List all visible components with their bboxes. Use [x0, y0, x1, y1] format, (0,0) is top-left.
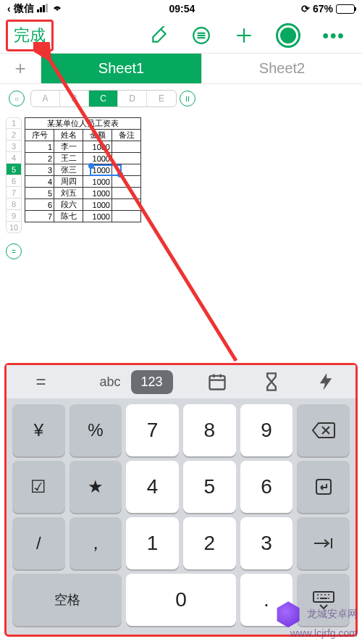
row-8[interactable]: 8: [6, 198, 22, 210]
row-headers[interactable]: 1 2 3 4 5 6 7 8 9 10: [6, 117, 22, 233]
pause-icon[interactable]: ⅠⅠ: [180, 91, 195, 106]
row-5[interactable]: 5: [6, 164, 22, 175]
table-row: 3张三1000: [25, 164, 141, 176]
clock: 09:54: [63, 3, 301, 14]
key-newline[interactable]: [297, 461, 350, 513]
kb-abc-mode[interactable]: abc: [89, 370, 130, 394]
hdr-idx[interactable]: 序号: [25, 130, 54, 141]
rotation-lock-icon: ⟳: [301, 3, 310, 14]
backspace-icon: [311, 422, 336, 439]
wifi-icon: [51, 3, 63, 14]
col-A[interactable]: A: [31, 91, 60, 106]
spreadsheet[interactable]: ○ A B C D E ⅠⅠ 1 2 3 4 5 6 7 8 9 10 某某单位…: [0, 84, 362, 265]
svg-point-24: [328, 594, 329, 595]
key-4[interactable]: 4: [126, 461, 179, 513]
sheet-tab-bar: + Sheet1 Sheet2: [0, 54, 362, 84]
table-row: 4周四1000: [25, 176, 141, 188]
key-star[interactable]: ★: [70, 461, 122, 513]
kb-123-mode[interactable]: 123: [131, 370, 173, 394]
key-5[interactable]: 5: [183, 461, 236, 513]
data-table[interactable]: 某某单位人员工资表 序号 姓名 金额 备注 1李一1000 2王二1000 3张…: [25, 117, 141, 222]
key-hide-keyboard[interactable]: [297, 574, 350, 626]
table-row: 6段六1000: [25, 199, 141, 211]
svg-rect-20: [313, 592, 334, 602]
svg-point-23: [324, 594, 326, 595]
key-space[interactable]: 空格: [12, 574, 122, 626]
key-9[interactable]: 9: [240, 404, 293, 456]
brush-icon[interactable]: [149, 25, 169, 46]
battery-icon: [336, 4, 355, 14]
key-backspace[interactable]: [297, 404, 350, 456]
hide-keyboard-icon: [311, 590, 336, 609]
keyboard-mode-bar: = abc 123: [7, 365, 355, 398]
list-icon[interactable]: [191, 25, 211, 46]
calendar-icon[interactable]: [207, 372, 227, 392]
row-9[interactable]: 9: [6, 210, 22, 222]
svg-point-26: [328, 598, 329, 599]
key-8[interactable]: 8: [183, 404, 236, 456]
key-3[interactable]: 3: [240, 517, 293, 569]
sheet-tab-2[interactable]: Sheet2: [201, 54, 362, 83]
key-slash[interactable]: /: [12, 517, 65, 569]
lightning-icon[interactable]: [316, 372, 336, 392]
table-title[interactable]: 某某单位人员工资表: [25, 118, 141, 130]
row-10[interactable]: 10: [6, 222, 22, 233]
svg-rect-3: [46, 4, 48, 12]
key-yen[interactable]: ¥: [12, 404, 65, 456]
svg-rect-1: [40, 7, 42, 12]
key-tab[interactable]: [297, 517, 350, 569]
row-4[interactable]: 4: [6, 152, 22, 164]
svg-point-25: [317, 598, 319, 599]
hdr-note[interactable]: 备注: [112, 130, 141, 141]
row-2[interactable]: 2: [6, 129, 22, 141]
signal-icon: [37, 3, 49, 14]
back-app-label: 微信: [14, 2, 34, 15]
circle-undo-icon[interactable]: ○: [9, 91, 25, 106]
svg-point-22: [321, 594, 322, 595]
col-E[interactable]: E: [147, 91, 176, 106]
back-chevron-icon: ‹: [7, 3, 11, 14]
col-C[interactable]: C: [89, 91, 118, 106]
key-7[interactable]: 7: [126, 404, 179, 456]
keyboard: = abc 123 ¥ % 7 8 9 ☑ ★ 4 5 6 / ，: [4, 363, 358, 637]
svg-point-21: [317, 594, 319, 595]
col-B[interactable]: B: [60, 91, 89, 106]
toolbar: 完成 •••: [0, 17, 362, 54]
key-1[interactable]: 1: [126, 517, 179, 569]
hdr-amount[interactable]: 金额: [83, 130, 112, 141]
add-sheet-button[interactable]: +: [0, 54, 41, 83]
status-bar: ‹ 微信 09:54 ⟳ 67%: [0, 0, 362, 17]
svg-rect-11: [209, 376, 224, 390]
row-3[interactable]: 3: [6, 141, 22, 152]
table-row: 2王二1000: [25, 153, 141, 164]
svg-rect-27: [320, 598, 327, 599]
battery-pct: 67%: [313, 3, 333, 14]
table-row: 5刘五1000: [25, 188, 141, 199]
table-row: 1李一1000: [25, 141, 141, 153]
hourglass-icon[interactable]: [261, 372, 282, 392]
key-6[interactable]: 6: [240, 461, 293, 513]
col-D[interactable]: D: [118, 91, 147, 106]
column-headers[interactable]: A B C D E: [30, 90, 177, 107]
key-percent[interactable]: %: [70, 404, 122, 456]
tab-icon: [313, 535, 334, 551]
svg-rect-2: [43, 5, 45, 12]
more-icon[interactable]: •••: [323, 25, 345, 46]
key-0[interactable]: 0: [126, 574, 235, 626]
key-dot[interactable]: .: [240, 574, 293, 626]
plus-icon[interactable]: [234, 25, 254, 46]
svg-rect-0: [37, 9, 39, 12]
key-comma[interactable]: ，: [70, 517, 122, 569]
hdr-name[interactable]: 姓名: [54, 130, 83, 141]
equals-icon[interactable]: =: [6, 243, 22, 259]
row-7[interactable]: 7: [6, 187, 22, 198]
done-button[interactable]: 完成: [6, 20, 54, 51]
row-1[interactable]: 1: [6, 117, 22, 129]
sheet-tab-1[interactable]: Sheet1: [41, 54, 201, 83]
return-icon: [313, 477, 334, 497]
kb-formula-mode[interactable]: =: [26, 372, 55, 392]
key-2[interactable]: 2: [183, 517, 236, 569]
row-6[interactable]: 6: [6, 175, 22, 187]
key-checkbox[interactable]: ☑: [12, 461, 65, 513]
avatar-icon[interactable]: [276, 23, 300, 48]
